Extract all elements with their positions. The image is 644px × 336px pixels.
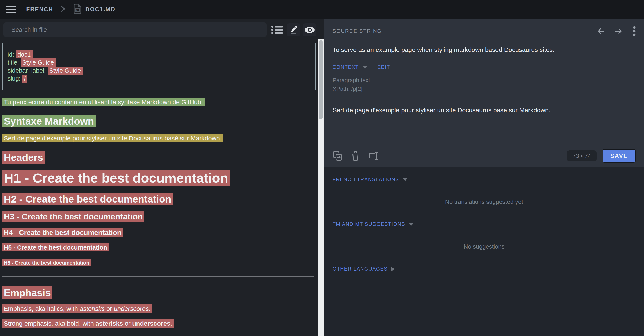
string-h2[interactable]: H2 - Create the best documentation bbox=[2, 193, 173, 205]
heading: H5 - Create the best documentation bbox=[2, 244, 316, 251]
tm-mt-suggestions-header[interactable]: TM AND MT SUGGESTIONS bbox=[332, 221, 636, 227]
other-languages-label[interactable]: OTHER LANGUAGES bbox=[332, 266, 388, 272]
edit-mode-button[interactable] bbox=[287, 23, 300, 37]
tm-mt-suggestions-empty: No suggestions bbox=[332, 243, 636, 250]
frontmatter-line: title: Style Guide bbox=[8, 59, 310, 67]
french-translations-header[interactable]: FRENCH TRANSLATIONS bbox=[332, 177, 636, 183]
string-h2-headers[interactable]: Headers bbox=[2, 151, 45, 163]
context-toggle[interactable]: CONTEXT bbox=[332, 64, 359, 70]
context-xpath: XPath: /p[2] bbox=[332, 85, 636, 93]
frontmatter-key: id: bbox=[8, 51, 16, 58]
right-topbar-spacer bbox=[324, 0, 644, 19]
string-list-button[interactable] bbox=[270, 23, 283, 37]
paragraph-text: Strong emphasis, aka bold, with bbox=[4, 320, 96, 327]
breadcrumb-file[interactable]: DOC1.MD bbox=[86, 6, 116, 13]
copy-source-button[interactable] bbox=[332, 151, 342, 161]
markdown-file-icon: M↓ bbox=[74, 4, 82, 15]
string-intro-paragraph[interactable]: Tu peux écrire du contenu en utilisant l… bbox=[2, 98, 204, 106]
file-toolbar bbox=[0, 19, 318, 43]
menu-icon[interactable] bbox=[6, 6, 16, 13]
string-h6[interactable]: H6 - Create the best documentation bbox=[2, 259, 91, 266]
paragraph-text: or bbox=[123, 320, 132, 327]
string-frontmatter-id[interactable]: doc1 bbox=[16, 50, 32, 59]
string-h2-syntax[interactable]: Syntaxe Markdown bbox=[2, 115, 96, 127]
frontmatter-key: sidebar_label: bbox=[8, 67, 48, 74]
string-selected-paragraph[interactable]: Sert de page d'exemple pour styliser un … bbox=[2, 134, 224, 142]
pencil-icon bbox=[289, 25, 298, 35]
more-menu-button[interactable] bbox=[633, 26, 636, 36]
tm-mt-suggestions-label[interactable]: TM AND MT SUGGESTIONS bbox=[332, 221, 405, 227]
translation-input[interactable]: Sert de page d'exemple pour styliser un … bbox=[332, 107, 636, 114]
string-frontmatter-title[interactable]: Style Guide bbox=[20, 59, 56, 67]
string-strong-paragraph[interactable]: Strong emphasis, aka bold, with asterisk… bbox=[2, 319, 174, 327]
string-h3[interactable]: H3 - Create the best documentation bbox=[2, 211, 144, 222]
breadcrumb-project[interactable]: FRENCH bbox=[26, 6, 53, 13]
heading: H3 - Create the best documentation bbox=[2, 212, 316, 221]
french-translations-label[interactable]: FRENCH TRANSLATIONS bbox=[332, 177, 399, 183]
italic-text: asterisks bbox=[80, 305, 104, 312]
delete-translation-button[interactable] bbox=[351, 151, 360, 161]
paragraph: Sert de page d'exemple pour styliser un … bbox=[2, 134, 316, 142]
paragraph-text: or bbox=[105, 305, 114, 312]
heading: H2 - Create the best documentation bbox=[2, 193, 316, 205]
string-frontmatter-slug[interactable]: / bbox=[22, 75, 27, 83]
string-h5[interactable]: H5 - Create the best documentation bbox=[2, 243, 109, 251]
context-type: Paragraph text bbox=[332, 76, 636, 85]
paragraph-text: . bbox=[170, 320, 172, 327]
svg-text:M↓: M↓ bbox=[76, 9, 78, 11]
string-h4[interactable]: H4 - Create the best documentation bbox=[2, 228, 123, 237]
edit-context-button[interactable]: EDIT bbox=[378, 64, 390, 70]
frontmatter-key: title: bbox=[8, 59, 20, 66]
bold-text: underscores bbox=[132, 320, 170, 327]
divider bbox=[2, 276, 314, 277]
paragraph: Strong emphasis, aka bold, with asterisk… bbox=[2, 319, 316, 328]
preview-mode-button[interactable] bbox=[303, 23, 316, 37]
bulleted-list-icon bbox=[271, 25, 283, 35]
chevron-down-icon bbox=[362, 66, 367, 69]
rename-string-button[interactable] bbox=[368, 151, 379, 160]
source-string-section: SOURCE STRING To serve as an example pag… bbox=[324, 19, 644, 99]
frontmatter-line: sidebar_label: Style Guide bbox=[8, 67, 310, 75]
file-preview-panel: id: doc1 title: Style Guide sidebar_labe… bbox=[0, 19, 318, 336]
paragraph-text: . bbox=[149, 305, 150, 312]
preview-scrollbar[interactable] bbox=[318, 39, 324, 336]
source-string-text: To serve as an example page when styling… bbox=[332, 46, 636, 53]
document-preview: id: doc1 title: Style Guide sidebar_labe… bbox=[0, 43, 318, 336]
next-string-button[interactable] bbox=[614, 28, 622, 35]
link-text[interactable]: la syntaxe Markdown de GitHub. bbox=[111, 98, 203, 105]
bold-text: asterisks bbox=[96, 320, 123, 327]
string-emphasis-paragraph[interactable]: Emphasis, aka italics, with asterisks or… bbox=[2, 304, 152, 313]
paragraph: Emphasis, aka italics, with asterisks or… bbox=[2, 304, 316, 313]
translation-section: Sert de page d'exemple pour styliser un … bbox=[324, 99, 644, 167]
source-string-label: SOURCE STRING bbox=[332, 28, 382, 34]
search-input[interactable] bbox=[4, 23, 266, 37]
suggestions-section: FRENCH TRANSLATIONS No translations sugg… bbox=[324, 167, 644, 281]
translation-toolbar: 73 • 74 SAVE bbox=[332, 149, 636, 163]
string-h1[interactable]: H1 - Create the best documentation bbox=[2, 170, 230, 186]
frontmatter-key: slug: bbox=[8, 75, 22, 82]
chevron-down-icon bbox=[409, 223, 414, 226]
save-button[interactable]: SAVE bbox=[602, 149, 636, 163]
chevron-down-icon bbox=[403, 178, 408, 181]
frontmatter-block: id: doc1 title: Style Guide sidebar_labe… bbox=[2, 43, 316, 90]
chevron-right-icon bbox=[392, 267, 394, 271]
italic-text: underscores bbox=[114, 305, 149, 312]
character-counter: 73 • 74 bbox=[567, 150, 596, 161]
string-frontmatter-sidebar-label[interactable]: Style Guide bbox=[48, 67, 83, 75]
heading: Syntaxe Markdown bbox=[2, 115, 316, 127]
heading: H6 - Create the best documentation bbox=[2, 260, 316, 266]
chevron-right-icon bbox=[61, 6, 65, 13]
string-h2-emphasis[interactable]: Emphasis bbox=[2, 286, 52, 299]
french-translations-empty: No translations suggested yet bbox=[332, 199, 636, 205]
paragraph: Tu peux écrire du contenu en utilisant l… bbox=[2, 98, 316, 106]
heading: Emphasis bbox=[2, 287, 316, 298]
previous-string-button[interactable] bbox=[598, 28, 605, 35]
translation-panel: SOURCE STRING To serve as an example pag… bbox=[324, 0, 644, 336]
frontmatter-line: slug: / bbox=[8, 75, 310, 83]
paragraph-text: Emphasis, aka italics, with bbox=[4, 305, 80, 312]
eye-icon bbox=[305, 27, 315, 33]
heading: H1 - Create the best documentation bbox=[2, 170, 316, 186]
heading: Headers bbox=[2, 151, 316, 163]
scrollbar-thumb[interactable] bbox=[318, 40, 323, 119]
other-languages-header[interactable]: OTHER LANGUAGES bbox=[332, 266, 636, 272]
